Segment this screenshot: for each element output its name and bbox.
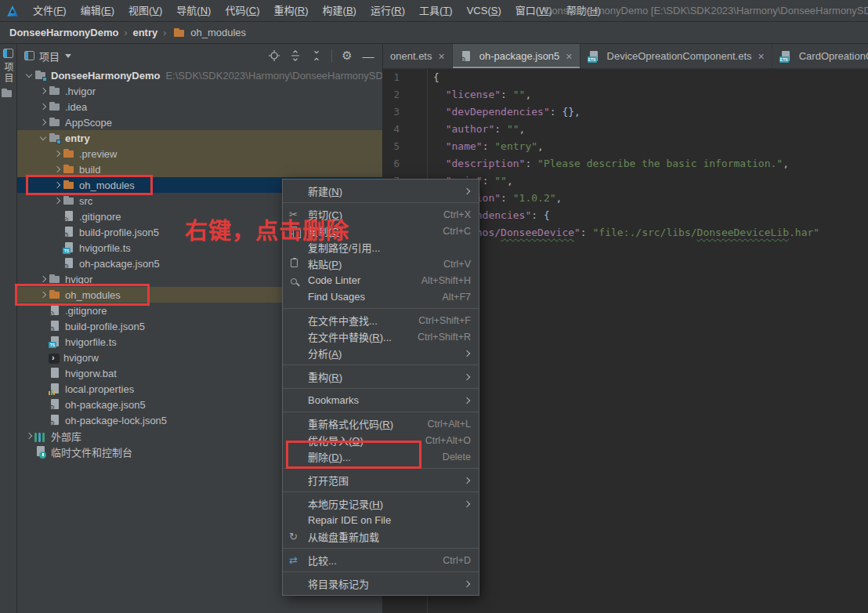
code-line-3: "devDependencies": {}, [433, 103, 868, 121]
menu-separator [283, 388, 479, 389]
breadcrumb-item-1[interactable]: entry [131, 27, 159, 38]
context-menu-item-9[interactable]: 在文件中查找...Ctrl+Shift+F [283, 312, 479, 328]
context-menu-item-21[interactable]: 打开范围 [283, 472, 479, 488]
settings-button[interactable]: ⚙ [341, 49, 353, 62]
menu-shortcut: Ctrl+Shift+F [409, 315, 471, 326]
arrow-spacer [52, 256, 63, 271]
editor-tab-2[interactable]: ETSDeviceOpreationComponent.ets× [580, 44, 772, 68]
tree-item-label: DonseeHarmonyDemo [51, 70, 160, 82]
tree-item-0[interactable]: DonseeHarmonyDemoE:\SDK\SDK2023\Harmony\… [17, 67, 382, 83]
menubar-item-2[interactable]: 视图(V) [121, 0, 169, 22]
menubar-item-5[interactable]: 重构(R) [267, 0, 316, 22]
gitignore-file-icon: ⊘ [63, 211, 75, 222]
tab-label: DeviceOpreationComponent.ets [607, 50, 752, 62]
chevron-right-icon[interactable] [52, 146, 63, 161]
context-menu-item-0[interactable]: 新建(N) [283, 183, 479, 199]
properties-file-icon [49, 383, 61, 394]
context-menu-item-5[interactable]: 粘贴(P)Ctrl+V [283, 256, 479, 272]
scratches-icon [34, 446, 47, 457]
context-menu-item-17[interactable]: 重新格式化代码(R)Ctrl+Alt+L [283, 415, 479, 432]
menu-shortcut: Ctrl+X [434, 209, 471, 220]
executable-file-icon [49, 354, 60, 364]
arrow-spacer [38, 350, 49, 365]
hide-button[interactable]: — [362, 49, 374, 62]
chevron-right-icon[interactable] [38, 114, 49, 130]
menubar-item-6[interactable]: 构建(B) [316, 0, 363, 22]
project-root-folder-icon [34, 70, 47, 81]
context-menu-item-27[interactable]: ⇄比较...Ctrl+D [283, 552, 479, 568]
locate-button[interactable] [268, 49, 280, 62]
json5-file-icon: ⚙ [49, 415, 61, 426]
chevron-right-icon[interactable] [52, 193, 63, 209]
submenu-arrow-icon [463, 373, 471, 381]
context-menu-item-25[interactable]: ↻从磁盘重新加载 [283, 528, 479, 545]
tree-item-label: .preview [79, 148, 117, 160]
line-number: 1 [383, 69, 400, 86]
tree-item-3[interactable]: AppScope [17, 114, 382, 130]
close-icon[interactable]: × [439, 50, 445, 63]
arrow-spacer [38, 397, 49, 412]
menubar-item-4[interactable]: 代码(C) [218, 0, 266, 22]
menubar-item-9[interactable]: VCS(S) [460, 0, 508, 22]
context-menu-item-23[interactable]: 本地历史记录(H) [283, 495, 479, 512]
submenu-arrow-icon [463, 500, 471, 508]
menu-shortcut: Ctrl+D [433, 555, 471, 566]
breadcrumb-item-0[interactable]: DonseeHarmonyDemo [8, 27, 120, 38]
json5-file-icon: ⚙ [49, 399, 61, 410]
chevron-down-icon[interactable] [24, 67, 34, 83]
close-icon[interactable]: × [758, 50, 765, 63]
breadcrumb-item-2[interactable]: oh_modules [189, 27, 248, 38]
breadcrumb-separator-icon: › [124, 27, 127, 38]
context-menu-item-7[interactable]: Find UsagesAlt+F7 [283, 288, 479, 305]
ets-file-icon: ETS [588, 51, 599, 62]
chevron-right-icon[interactable] [38, 83, 49, 99]
code-line-2: "license": "", [433, 86, 868, 103]
editor-tab-0[interactable]: onent.ets× [383, 44, 453, 68]
chevron-down-icon[interactable] [65, 54, 71, 58]
external-libraries-icon [34, 431, 47, 442]
chevron-down-icon[interactable] [38, 130, 49, 146]
tool-strip-project-label[interactable]: 项目 [2, 62, 15, 84]
menu-item-label: 比较... [308, 553, 337, 568]
tree-item-label: entry [65, 132, 90, 144]
editor-tab-3[interactable]: ETSCardOpreationComp [772, 44, 868, 68]
menubar-item-0[interactable]: 文件(F) [26, 0, 74, 22]
code-lines: { "license": "", "devDependencies": {}, … [428, 69, 868, 613]
tree-item-4[interactable]: entry [17, 130, 382, 146]
tree-item-2[interactable]: .idea [17, 99, 382, 114]
context-menu-item-24[interactable]: Repair IDE on File [283, 512, 479, 528]
line-number: 5 [383, 138, 400, 155]
expand-all-button[interactable] [289, 49, 302, 62]
collapse-all-button[interactable] [310, 49, 323, 62]
editor-tab-1[interactable]: ⚙oh-package.json5× [453, 44, 580, 68]
diff-icon: ⇄ [289, 555, 308, 566]
menubar-item-3[interactable]: 导航(N) [169, 0, 218, 22]
folder-icon [49, 274, 61, 285]
menubar-item-1[interactable]: 编辑(E) [74, 0, 121, 22]
context-menu-item-10[interactable]: 在文件中替换(R)...Ctrl+Shift+R [283, 328, 479, 345]
folder-icon[interactable] [1, 88, 13, 99]
code-line-1: { [433, 69, 868, 86]
line-number: 6 [383, 155, 400, 172]
context-menu-item-6[interactable]: Code LinterAlt+Shift+H [283, 272, 479, 288]
project-panel-title[interactable]: 项目 [39, 49, 60, 63]
close-icon[interactable]: × [566, 50, 572, 63]
menubar-item-8[interactable]: 工具(T) [412, 0, 460, 22]
chevron-right-icon[interactable] [38, 99, 49, 114]
arrow-spacer [52, 209, 63, 224]
context-menu-item-11[interactable]: 分析(A) [283, 345, 479, 361]
tree-item-label: .gitignore [65, 305, 107, 317]
toolbar-separator [331, 49, 332, 62]
context-menu-item-15[interactable]: Bookmarks [283, 392, 479, 408]
context-menu-item-29[interactable]: 将目录标记为 [283, 575, 479, 592]
menu-item-label: Code Linter [308, 274, 360, 286]
project-panel-header: 项目 ⚙— [17, 44, 382, 67]
project-tool-window-icon[interactable] [3, 49, 13, 58]
tree-item-5[interactable]: .preview [17, 146, 382, 161]
code-line-8: "version": "1.0.2", [433, 190, 868, 207]
chevron-right-icon[interactable] [24, 428, 34, 444]
tree-item-1[interactable]: .hvigor [17, 83, 382, 99]
context-menu-item-13[interactable]: 重构(R) [283, 368, 479, 385]
menubar-item-7[interactable]: 运行(R) [363, 0, 412, 22]
folder-icon [173, 27, 185, 38]
